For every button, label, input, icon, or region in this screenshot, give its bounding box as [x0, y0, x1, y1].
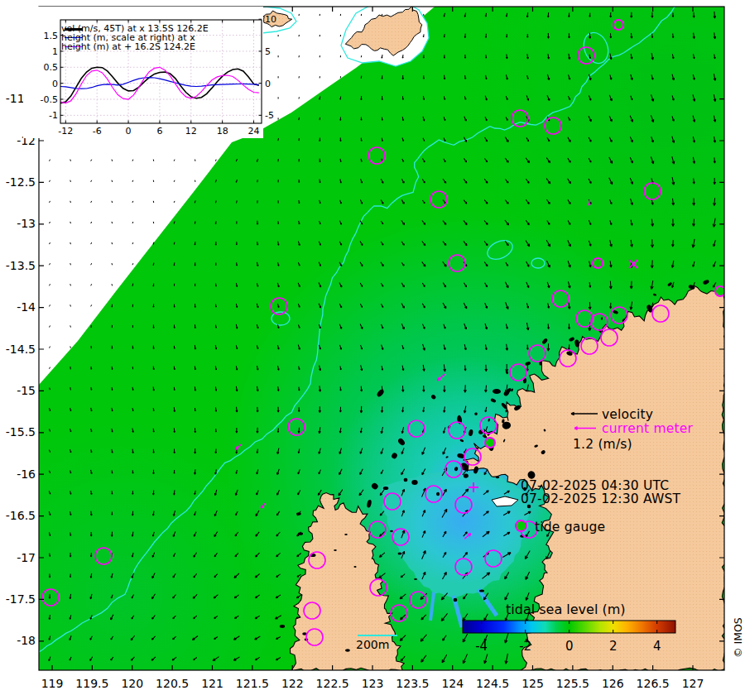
colorbar-tick-label: -4: [475, 639, 488, 654]
inset-tick-label: -1: [49, 110, 58, 121]
map-x-axis-label: 124: [441, 677, 464, 690]
colorbar-title: tidal sea level (m): [506, 602, 625, 617]
tide-gauge-marker: [715, 286, 725, 296]
reference-speed-label: 1.2 (m/s): [573, 437, 632, 452]
isobath-label: 200m: [356, 638, 389, 651]
colorbar-tick-label: 0: [565, 639, 574, 654]
map-x-axis-label: 121: [201, 677, 223, 690]
map-y-axis-label: -16: [17, 467, 36, 481]
map-x-axis-label: 122.5: [316, 677, 349, 690]
map-x-axis-label: 119.5: [75, 677, 108, 690]
colorbar-tick-label: 2: [609, 639, 618, 654]
map-y-axis-label: -17.5: [6, 592, 36, 606]
inset-tick-label: 0.5: [44, 62, 59, 73]
map-x-axis-label: 124.5: [476, 677, 509, 690]
map-x-axis-label: 120: [121, 677, 143, 690]
map-x-axis-label: 123.5: [396, 677, 429, 690]
inset-tick-label: 1.5: [44, 31, 59, 41]
map-x-axis-label: 120.5: [156, 677, 189, 690]
map-x-axis-label: 123: [362, 677, 384, 690]
inset-tick-label: 6: [156, 126, 162, 137]
inset-tick-label: -0.5: [41, 94, 58, 105]
map-y-axis-label: -16.5: [6, 509, 36, 522]
inset-tick-label: 12: [185, 126, 197, 137]
map-x-axis-label: 121.5: [236, 677, 269, 690]
colorbar-tick-label: 4: [653, 639, 661, 654]
inset-tick-label: -12: [58, 126, 73, 137]
inset-tick-label: 18: [217, 126, 228, 137]
datetime-awst: 07-02-2025 12:30 AWST: [521, 491, 680, 506]
tidal-model-figure: -11.5-12-12.5-13-13.5-14-14.5-15-15.5-16…: [0, 0, 745, 700]
inset-tick-label: 0: [265, 79, 271, 89]
map-y-axis-label: -13.5: [6, 259, 36, 272]
inset-tick-label: 5: [265, 46, 271, 57]
colorbar-tick-label: -2: [519, 639, 531, 654]
inset-chart: vel (m/s, 45T) at x 13.5S 126.2E height …: [23, 7, 263, 138]
map-x-axis-label: 126: [602, 677, 624, 690]
map-x-axis-label: 127: [682, 677, 704, 690]
map-x-axis-label: 125.5: [556, 677, 589, 690]
current-meter-legend-label: current meter: [602, 421, 693, 436]
colorbar: [463, 621, 675, 633]
inset-tick-label: 10: [265, 14, 276, 25]
map-y-axis-label: -17: [17, 551, 36, 564]
map-y-axis-label: -18: [17, 634, 36, 647]
inset-tick-label: -6: [93, 126, 102, 137]
inset-tick-label: 0: [52, 79, 58, 89]
inset-tick-label: 24: [248, 126, 260, 137]
map-y-axis-label: -15: [17, 384, 36, 397]
map-y-axis-label: -14: [17, 300, 36, 314]
tide-gauge-marker: [593, 258, 603, 268]
tide-gauge-legend-icon: [515, 520, 527, 532]
map-x-axis-label: 125: [522, 677, 544, 690]
map-x-axis-label: 126.5: [637, 677, 670, 690]
map-y-axis-label: -13: [17, 217, 36, 230]
velocity-legend-label: velocity: [602, 407, 653, 422]
tide-gauge-marker: [485, 438, 495, 448]
tide-gauge-legend-label: tide gauge: [535, 520, 605, 535]
map-x-axis-label: 119: [41, 677, 64, 690]
map-y-axis-label: -14.5: [6, 343, 36, 356]
map-x-axis-label: 122: [281, 677, 304, 690]
inset-tick-label: 1: [52, 46, 58, 57]
map-y-axis-label: -12.5: [6, 175, 36, 189]
inset-legend-height-plus: height (m) at + 16.2S 124.2E: [61, 42, 195, 51]
inset-tick-label: -5: [265, 110, 274, 121]
attribution-text: © IMOS 11-Dec-2024 08:29:32 out71_13c . …: [732, 598, 745, 658]
tide-gauge-marker: [613, 20, 623, 30]
map-y-axis-label: -15.5: [6, 425, 36, 439]
inset-tick-label: 0: [126, 126, 132, 137]
